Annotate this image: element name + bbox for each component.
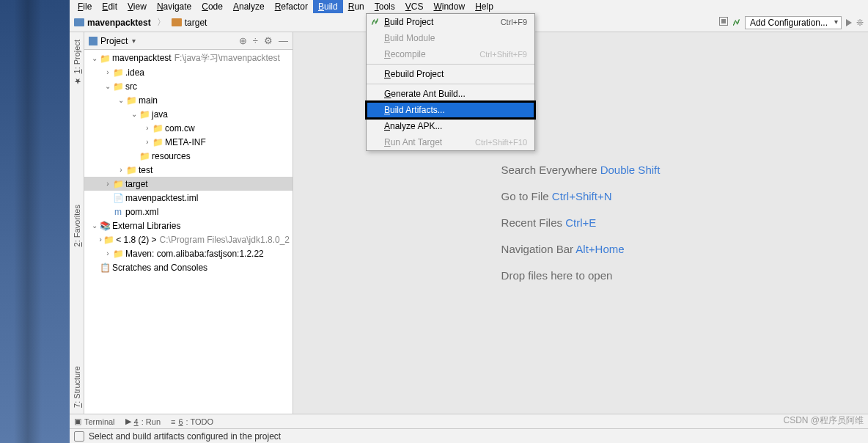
menu-file[interactable]: File xyxy=(73,0,97,13)
node-label: com.cw xyxy=(165,123,195,133)
chevron-icon[interactable]: › xyxy=(103,180,112,188)
tree-node-mavenpacktest[interactable]: ⌄📁mavenpacktestF:\java学习\mavenpacktest xyxy=(84,51,293,65)
tree-node-com-cw[interactable]: ›📁com.cw xyxy=(84,121,293,135)
run-config-combo[interactable]: Add Configuration... xyxy=(745,16,842,29)
chevron-icon[interactable]: › xyxy=(143,124,152,132)
collapse-icon[interactable]: ÷ xyxy=(253,35,258,46)
node-label: resources xyxy=(152,151,191,161)
target-icon[interactable]: ⊕ xyxy=(239,35,247,46)
menu-vcs[interactable]: VCS xyxy=(400,0,429,13)
chevron-icon[interactable]: › xyxy=(117,166,125,174)
tree-node-maven--com-alibaba-fastjson-1-2-22[interactable]: ›📁Maven: com.alibaba:fastjson:1.2.22 xyxy=(84,246,293,260)
debug-icon[interactable] xyxy=(856,18,864,28)
chevron-icon[interactable]: ⌄ xyxy=(103,82,112,90)
tab-icon: ≡ xyxy=(171,417,175,426)
menu-window[interactable]: Window xyxy=(428,0,470,13)
panel-title-combo[interactable]: Project xyxy=(89,36,136,46)
gear-icon[interactable]: ⚙ xyxy=(264,35,273,46)
menu-edit[interactable]: Edit xyxy=(97,0,122,13)
tree-node-java[interactable]: ⌄📁java xyxy=(84,107,293,121)
tree-node-meta-inf[interactable]: ›📁META-INF xyxy=(84,135,293,149)
menu-item-build-artifacts---[interactable]: Build Artifacts... xyxy=(367,102,534,118)
tree-node-pom-xml[interactable]: mpom.xml xyxy=(84,205,293,219)
tree-node-test[interactable]: ›📁test xyxy=(84,163,293,177)
tree-node--idea[interactable]: ›📁.idea xyxy=(84,65,293,79)
chevron-icon[interactable]: ⌄ xyxy=(117,96,125,104)
menu-analyze[interactable]: Analyze xyxy=(228,0,270,13)
menu-item-label: Build Artifacts... xyxy=(384,105,445,115)
menu-navigate[interactable]: Navigate xyxy=(152,0,196,13)
node-label: META-INF xyxy=(165,137,206,147)
node-label: < 1.8 (2) >C:\Program Files\Java\jdk1.8.… xyxy=(116,235,290,245)
chevron-icon[interactable]: › xyxy=(103,249,112,257)
bottom-tab----todo[interactable]: ≡ 6: TODO xyxy=(171,417,213,426)
rail----project[interactable]: ★ 1: Project xyxy=(70,34,83,92)
node-icon: 📋 xyxy=(99,263,111,273)
tree-node-resources[interactable]: 📁resources xyxy=(84,149,293,163)
menu-item-build-project[interactable]: Build ProjectCtrl+F9 xyxy=(367,14,534,30)
node-icon: 📁 xyxy=(125,165,137,175)
project-icon xyxy=(74,18,84,26)
bottom-tab----run[interactable]: ▶ 4: Run xyxy=(125,417,161,426)
menu-item-recompile: RecompileCtrl+Shift+F9 xyxy=(367,46,534,62)
status-icon[interactable] xyxy=(74,431,84,442)
node-label: pom.xml xyxy=(125,207,158,217)
menu-item-rebuild-project[interactable]: Rebuild Project xyxy=(367,66,534,82)
menu-view[interactable]: View xyxy=(122,0,152,13)
tab-icon: ▣ xyxy=(74,417,81,426)
tree-node-src[interactable]: ⌄📁src xyxy=(84,79,293,93)
project-tree[interactable]: ⌄📁mavenpacktestF:\java学习\mavenpacktest›📁… xyxy=(84,50,293,414)
menu-build[interactable]: Build xyxy=(313,0,343,13)
node-icon: 📁 xyxy=(99,54,111,64)
tree-node-scratches-and-consoles[interactable]: 📋Scratches and Consoles xyxy=(84,260,293,274)
welcome-line: Recent Files Ctrl+E xyxy=(501,210,661,236)
hammer-icon xyxy=(369,17,380,27)
tree-node---1-8--2---[interactable]: ›📁< 1.8 (2) >C:\Program Files\Java\jdk1.… xyxy=(84,233,293,246)
chevron-icon[interactable]: ⌄ xyxy=(90,54,99,62)
node-icon: 📄 xyxy=(112,193,124,203)
node-label: target xyxy=(125,179,148,189)
menu-item-label: Analyze APK... xyxy=(384,121,442,131)
welcome-hints: Search Everywhere Double ShiftGo to File… xyxy=(501,157,661,289)
menu-run[interactable]: Run xyxy=(343,0,369,13)
menu-help[interactable]: Help xyxy=(470,0,499,13)
node-icon: 📁 xyxy=(125,95,137,106)
bottom-tab-terminal[interactable]: ▣ Terminal xyxy=(74,417,115,426)
desktop-background xyxy=(0,0,70,443)
node-icon: 📁 xyxy=(112,67,124,78)
menu-separator xyxy=(367,84,534,84)
menu-item-build-module: Build Module xyxy=(367,30,534,46)
rail----structure[interactable]: 7: Structure xyxy=(71,360,83,414)
menu-item-label: Recompile xyxy=(384,49,426,59)
build-icon[interactable] xyxy=(732,18,740,28)
chevron-icon[interactable]: ⌄ xyxy=(130,110,139,118)
tree-node-main[interactable]: ⌄📁main xyxy=(84,93,293,107)
capture-icon[interactable] xyxy=(719,17,728,28)
folder-icon xyxy=(172,18,182,26)
hide-icon[interactable]: — xyxy=(279,35,288,46)
menubar: FileEditViewNavigateCodeAnalyzeRefactorB… xyxy=(70,0,868,13)
node-label: .idea xyxy=(125,67,144,78)
menu-item-label: Generate Ant Build... xyxy=(384,89,466,99)
menu-item-generate-ant-build---[interactable]: Generate Ant Build... xyxy=(367,86,534,102)
chevron-icon[interactable]: ⌄ xyxy=(90,222,99,230)
tree-node-mavenpacktest-iml[interactable]: 📄mavenpacktest.iml xyxy=(84,191,293,205)
run-icon[interactable] xyxy=(846,19,852,26)
tree-node-target[interactable]: ›📁target xyxy=(84,177,293,191)
bottom-tool-bar: ▣ Terminal▶ 4: Run≡ 6: TODO xyxy=(70,414,868,428)
chevron-right-icon: 〉 xyxy=(157,16,166,29)
menu-code[interactable]: Code xyxy=(196,0,228,13)
chevron-icon[interactable]: › xyxy=(143,138,152,146)
breadcrumb[interactable]: mavenpacktest 〉 target xyxy=(74,16,207,29)
node-label: main xyxy=(139,95,158,106)
node-icon: 📚 xyxy=(99,221,111,231)
tree-node-external-libraries[interactable]: ⌄📚External Libraries xyxy=(84,219,293,233)
rail----favorites[interactable]: 2: Favorites xyxy=(71,199,83,252)
chevron-icon[interactable]: › xyxy=(103,68,112,76)
menu-item-analyze-apk---[interactable]: Analyze APK... xyxy=(367,118,534,134)
node-label: mavenpacktest.iml xyxy=(125,193,198,203)
menu-tools[interactable]: Tools xyxy=(369,0,400,13)
panel-title: Project xyxy=(100,36,128,46)
menu-refactor[interactable]: Refactor xyxy=(270,0,313,13)
chevron-icon[interactable]: › xyxy=(98,235,103,244)
